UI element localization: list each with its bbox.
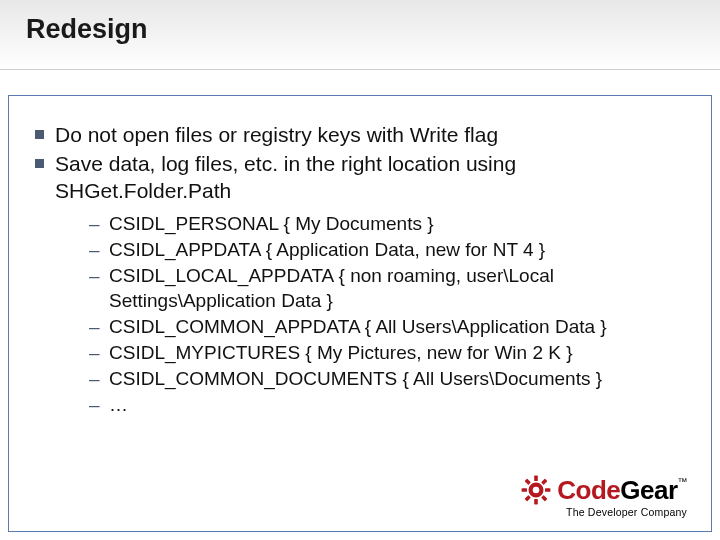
sub-bullet-text: CSIDL_COMMON_DOCUMENTS { All Users\Docum… xyxy=(109,368,602,389)
logo-tagline: The Developer Company xyxy=(521,507,687,518)
sub-bullet-text: CSIDL_PERSONAL { My Documents } xyxy=(109,213,434,234)
codegear-logo: CodeGear™ The Developer Company xyxy=(521,475,687,518)
bullet-item: Do not open files or registry keys with … xyxy=(27,122,681,149)
sub-bullet-item: CSIDL_PERSONAL { My Documents } xyxy=(89,211,681,236)
logo-row: CodeGear™ xyxy=(521,475,687,505)
logo-part-code: Code xyxy=(557,475,620,505)
svg-rect-3 xyxy=(522,488,527,492)
bullet-text: Save data, log files, etc. in the right … xyxy=(55,152,516,202)
sub-bullet-text: CSIDL_APPDATA { Application Data, new fo… xyxy=(109,239,545,260)
main-bullet-list: Do not open files or registry keys with … xyxy=(27,122,681,417)
sub-bullet-text: CSIDL_MYPICTURES { My Pictures, new for … xyxy=(109,342,573,363)
logo-wordmark: CodeGear™ xyxy=(557,477,687,503)
svg-rect-4 xyxy=(545,488,550,492)
svg-rect-2 xyxy=(534,499,538,504)
sub-bullet-text: CSIDL_COMMON_APPDATA { All Users\Applica… xyxy=(109,316,607,337)
sub-bullet-item: CSIDL_APPDATA { Application Data, new fo… xyxy=(89,237,681,262)
content-box: Do not open files or registry keys with … xyxy=(8,95,712,532)
logo-part-gear: Gear xyxy=(620,475,677,505)
svg-point-0 xyxy=(531,484,542,495)
svg-rect-5 xyxy=(541,478,547,484)
logo-tm: ™ xyxy=(678,476,688,487)
cog-icon xyxy=(521,475,551,505)
sub-bullet-item: CSIDL_COMMON_APPDATA { All Users\Applica… xyxy=(89,314,681,339)
bullet-item: Save data, log files, etc. in the right … xyxy=(27,151,681,417)
sub-bullet-item: CSIDL_LOCAL_APPDATA { non roaming, user\… xyxy=(89,263,681,313)
sub-bullet-list: CSIDL_PERSONAL { My Documents } CSIDL_AP… xyxy=(55,211,681,418)
svg-rect-7 xyxy=(525,478,531,484)
bullet-text: Do not open files or registry keys with … xyxy=(55,123,498,146)
svg-rect-8 xyxy=(541,495,547,501)
sub-bullet-item: … xyxy=(89,392,681,417)
svg-rect-1 xyxy=(534,475,538,480)
svg-rect-6 xyxy=(525,495,531,501)
slide-title: Redesign xyxy=(26,14,720,45)
sub-bullet-item: CSIDL_MYPICTURES { My Pictures, new for … xyxy=(89,340,681,365)
sub-bullet-text: … xyxy=(109,394,128,415)
sub-bullet-item: CSIDL_COMMON_DOCUMENTS { All Users\Docum… xyxy=(89,366,681,391)
title-bar: Redesign xyxy=(0,0,720,70)
sub-bullet-text: CSIDL_LOCAL_APPDATA { non roaming, user\… xyxy=(109,265,554,311)
